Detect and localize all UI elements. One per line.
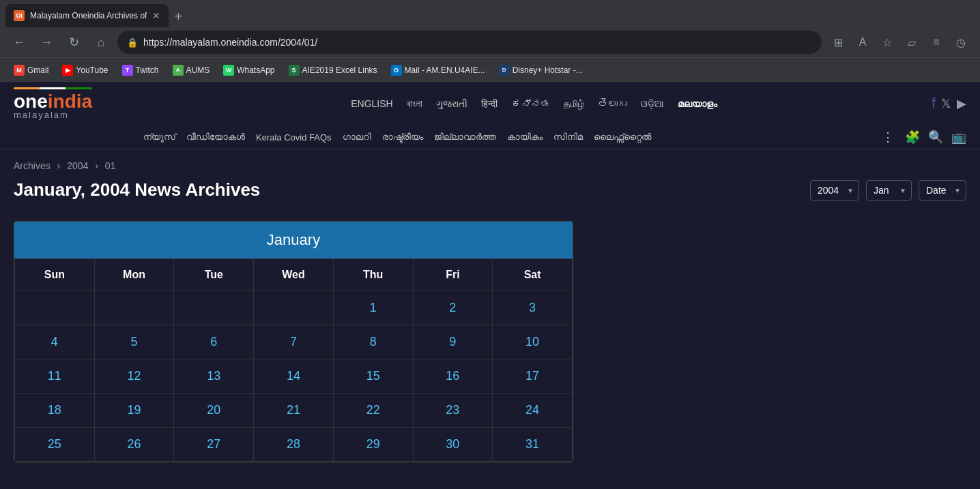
- split-screen-icon[interactable]: ▱: [901, 31, 923, 53]
- bookmark-hotstar[interactable]: D Disney+ Hotstar -...: [493, 62, 588, 78]
- nav-gallery[interactable]: ഗാലറി: [343, 132, 371, 143]
- lock-icon: 🔒: [127, 38, 138, 48]
- calendar-day-2[interactable]: 2: [413, 291, 493, 325]
- nav-cinema[interactable]: സിനിമ: [553, 132, 583, 143]
- new-tab-button[interactable]: +: [171, 6, 185, 27]
- calendar-day-29[interactable]: 29: [333, 428, 413, 462]
- puzzle-icon[interactable]: 🧩: [905, 130, 920, 145]
- calendar-day-3[interactable]: 3: [493, 291, 573, 325]
- calendar-day-9[interactable]: 9: [413, 325, 493, 359]
- collections-icon[interactable]: ≡: [925, 31, 947, 53]
- day-sun: Sun: [15, 259, 95, 291]
- reload-button[interactable]: ↻: [63, 31, 85, 53]
- site-logo[interactable]: oneindia malayalam: [14, 87, 92, 120]
- lang-kannada[interactable]: ಕನ್ನಡ: [511, 98, 550, 110]
- calendar-day-11[interactable]: 11: [15, 359, 95, 394]
- calendar-empty: [94, 291, 174, 325]
- breadcrumb-year[interactable]: 2004: [67, 160, 88, 171]
- lang-bangla[interactable]: বাংলা: [407, 98, 422, 110]
- calendar-day-12[interactable]: 12: [94, 359, 174, 394]
- calendar-day-28[interactable]: 28: [254, 428, 334, 462]
- tab-close-button[interactable]: ✕: [152, 10, 160, 21]
- browser-tab[interactable]: OI Malayalam Oneindia Archives of ✕: [5, 4, 169, 27]
- nav-covid[interactable]: Kerala Covid FAQs: [256, 132, 332, 143]
- calendar-day-6[interactable]: 6: [174, 325, 254, 359]
- nav-sports[interactable]: കായികം: [507, 132, 543, 143]
- reader-mode-icon[interactable]: A: [852, 31, 874, 53]
- twitter-icon[interactable]: 𝕏: [941, 96, 951, 111]
- archive-selects: 2000 2001 2002 2003 2004 2005 Jan Feb Ma…: [810, 180, 966, 201]
- month-select[interactable]: Jan Feb Mar Apr May Jun Jul Aug Sep Oct …: [866, 180, 912, 201]
- breadcrumb-month[interactable]: 01: [105, 160, 116, 171]
- bookmark-gmail[interactable]: M Gmail: [8, 62, 54, 78]
- flag-line: [14, 87, 92, 89]
- calendar-day-16[interactable]: 16: [413, 359, 493, 394]
- nav-news[interactable]: ന്യൂസ്: [143, 132, 175, 143]
- calendar-day-10[interactable]: 10: [493, 325, 573, 359]
- bookmark-twitch[interactable]: T Twitch: [117, 62, 164, 78]
- profile-icon[interactable]: ◷: [950, 31, 972, 53]
- calendar-day-14[interactable]: 14: [254, 359, 334, 394]
- calendar-day-31[interactable]: 31: [493, 428, 573, 462]
- calendar-day-8[interactable]: 8: [333, 325, 413, 359]
- breadcrumb-sep2: ›: [95, 160, 98, 171]
- nav-videos[interactable]: വീഡിയോകൾ: [186, 132, 245, 143]
- bookmark-mail[interactable]: O Mail - AM.EN.U4AIE...: [386, 62, 491, 78]
- gmail-label: Gmail: [27, 65, 48, 75]
- calendar-day-17[interactable]: 17: [493, 359, 573, 394]
- calendar-day-1[interactable]: 1: [333, 291, 413, 325]
- calendar-day-7[interactable]: 7: [254, 325, 334, 359]
- lang-malayalam[interactable]: മലയാളം: [678, 98, 717, 110]
- calendar-day-24[interactable]: 24: [493, 394, 573, 428]
- calendar-day-20[interactable]: 20: [174, 394, 254, 428]
- calendar-day-22[interactable]: 22: [333, 394, 413, 428]
- calendar-day-5[interactable]: 5: [94, 325, 174, 359]
- main-nav: ന്യൂസ് വീഡിയോകൾ Kerala Covid FAQs ഗാലറി …: [0, 125, 980, 149]
- calendar-day-23[interactable]: 23: [413, 394, 493, 428]
- calendar-week-0: 123: [15, 291, 573, 325]
- lang-odia[interactable]: ଓଡ଼ିଆ: [641, 98, 664, 110]
- favorites-icon[interactable]: ☆: [876, 31, 898, 53]
- bookmark-youtube[interactable]: ▶ YouTube: [57, 62, 113, 78]
- lang-gujarati[interactable]: ગુજરાતી: [436, 98, 467, 110]
- lang-hindi[interactable]: हिन्दी: [481, 98, 498, 110]
- forward-button[interactable]: →: [35, 31, 57, 53]
- search-icon[interactable]: 🔍: [928, 130, 943, 145]
- bookmark-whatsapp[interactable]: W WhatsApp: [218, 62, 280, 78]
- breadcrumb-sep1: ›: [57, 160, 61, 171]
- more-nav-icon[interactable]: ⋮: [882, 130, 894, 145]
- calendar-day-13[interactable]: 13: [174, 359, 254, 394]
- calendar-day-18[interactable]: 18: [15, 394, 95, 428]
- more-icon[interactable]: ▶: [957, 96, 966, 111]
- lang-english[interactable]: ENGLISH: [351, 98, 392, 110]
- twitch-favicon: T: [122, 65, 133, 76]
- calendar-day-25[interactable]: 25: [15, 428, 95, 462]
- calendar-day-15[interactable]: 15: [333, 359, 413, 394]
- calendar-day-26[interactable]: 26: [94, 428, 174, 462]
- date-select[interactable]: Date 1 2 3 4 5: [919, 180, 966, 201]
- nav-national[interactable]: രാഷ്ട്രീയം: [382, 132, 423, 143]
- lang-telugu[interactable]: తెలుగు: [598, 98, 627, 110]
- breadcrumb-archives[interactable]: Archives: [14, 160, 51, 171]
- youtube-favicon: ▶: [62, 65, 73, 76]
- address-bar[interactable]: 🔒 https://malayalam.oneindia.com/2004/01…: [117, 31, 822, 54]
- lang-tamil[interactable]: தமிழ்: [564, 98, 584, 110]
- calendar-day-21[interactable]: 21: [254, 394, 334, 428]
- back-button[interactable]: ←: [8, 31, 30, 53]
- home-button[interactable]: ⌂: [90, 31, 112, 53]
- tab-bar: OI Malayalam Oneindia Archives of ✕ +: [0, 0, 980, 27]
- gmail-favicon: M: [14, 65, 25, 76]
- bookmark-aie2019[interactable]: S AIE2019 Excel Links: [283, 62, 383, 78]
- calendar-day-4[interactable]: 4: [15, 325, 95, 359]
- tv-icon[interactable]: 📺: [951, 130, 966, 145]
- grid-icon[interactable]: ⊞: [827, 31, 849, 53]
- year-select[interactable]: 2000 2001 2002 2003 2004 2005: [810, 180, 859, 201]
- nav-district[interactable]: ജില്ലാവാർത്ത: [434, 132, 496, 143]
- nav-lifestyle[interactable]: ലൈഫ്സ്റ്റൈൽ: [594, 132, 651, 143]
- facebook-icon[interactable]: f: [932, 95, 936, 113]
- bookmark-aums[interactable]: A AUMS: [167, 62, 216, 78]
- calendar-day-27[interactable]: 27: [174, 428, 254, 462]
- calendar-day-19[interactable]: 19: [94, 394, 174, 428]
- calendar-day-30[interactable]: 30: [413, 428, 493, 462]
- aie2019-favicon: S: [289, 65, 300, 76]
